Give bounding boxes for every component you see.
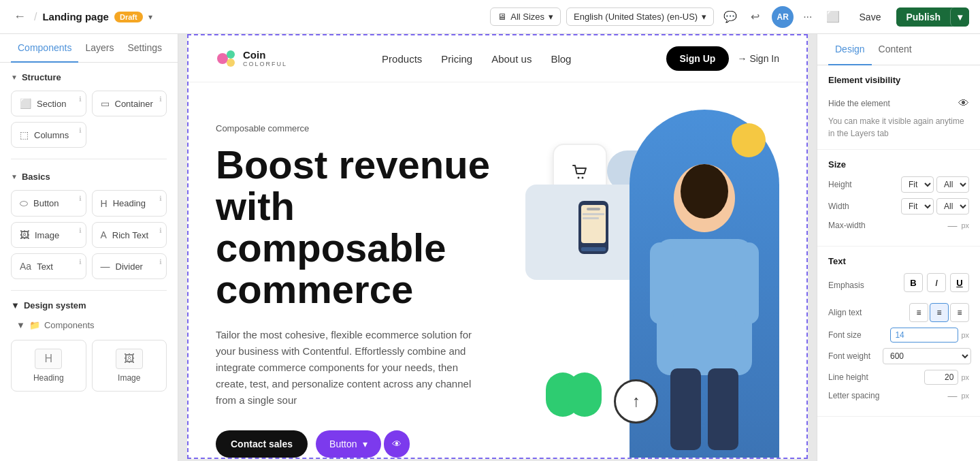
info-icon-5: ℹ [159,195,162,202]
collapse-sub-icon: ▼ [16,320,25,330]
hero-heading: Boost revenue with composable commerce [216,144,525,311]
back-button[interactable]: ← [11,7,29,27]
component-heading[interactable]: H Heading ℹ [92,190,167,217]
height-select[interactable]: Fit [901,176,934,193]
align-left-button[interactable]: ≡ [909,303,928,322]
font-weight-label: Font weight [828,351,883,361]
width-row: Width Fit All [828,198,969,214]
more-icon: ··· [803,11,812,22]
size-section: Size Height Fit All Width Fit [817,150,980,247]
bold-button[interactable]: B [904,273,923,292]
button-cta[interactable]: Button ▾ [316,430,380,458]
line-height-input[interactable] [924,370,958,385]
top-bar-left: ← / Landing page Draft ▾ [11,7,482,27]
component-text[interactable]: Aa Text ℹ [11,253,86,279]
component-section[interactable]: ⬜ Section ℹ [11,91,86,116]
basics-header[interactable]: ▼ Basics [0,162,178,187]
comment-button[interactable]: 💬 [719,6,741,27]
float-arrow-circle: ↑ [614,379,658,424]
card-image[interactable]: 🖼 Image [92,340,167,392]
max-width-dash: — [947,220,957,231]
width-controls: Fit All [901,198,969,214]
left-panel-tabs: Components Layers Settings [0,34,178,63]
font-weight-select[interactable]: 600 [883,348,971,364]
component-container[interactable]: ▭ Container ℹ [92,91,167,116]
align-center-button[interactable]: ≡ [930,303,949,322]
component-button[interactable]: ⬭ Button ℹ [11,190,86,217]
page-chevron-icon[interactable]: ▾ [148,12,152,22]
undo-button[interactable]: ↩ [747,6,764,27]
avatar: AR [772,6,794,28]
components-sub[interactable]: ▼ 📁 Components [0,316,178,337]
line-height-label: Line height [828,372,883,382]
tab-design[interactable]: Design [828,34,872,65]
size-selector[interactable]: 🖥 All Sizes ▾ [490,7,561,26]
component-richtext[interactable]: A Rich Text ℹ [92,222,167,248]
font-size-input[interactable] [890,328,958,343]
heading-icon: H [101,198,108,209]
tab-layers[interactable]: Layers [78,34,120,63]
top-bar: ← / Landing page Draft ▾ 🖥 All Sizes ▾ E… [0,0,980,34]
component-image[interactable]: 🖼 Image ℹ [11,222,86,248]
columns-label: Columns [34,130,69,140]
publish-chevron-button[interactable]: ▾ [950,7,969,27]
info-icon-3: ℹ [79,127,82,134]
underline-button[interactable]: U [950,273,969,292]
emphasis-label: Emphasis [828,281,883,290]
max-width-label: Max-width [828,221,883,230]
lang-chevron-icon: ▾ [702,12,706,22]
component-columns[interactable]: ⬚ Columns ℹ [11,122,86,148]
hide-eye-button[interactable]: 👁 [958,97,969,110]
svg-rect-11 [583,217,599,219]
design-system-header[interactable]: ▼ Design system [0,293,178,316]
columns-icon: ⬚ [20,129,29,140]
height-all-select[interactable]: All [936,176,969,193]
italic-button[interactable]: I [927,273,946,292]
contact-sales-button[interactable]: Contact sales [216,430,308,458]
menu-products[interactable]: Products [382,53,422,65]
draft-badge[interactable]: Draft [114,12,143,22]
menu-blog[interactable]: Blog [551,53,571,65]
signin-link[interactable]: → Sign In [737,53,779,64]
menu-aboutus[interactable]: About us [491,53,532,65]
comment-icon: 💬 [723,11,737,22]
left-panel: Components Layers Settings ▼ Structure ⬜… [0,34,178,461]
align-right-button[interactable]: ≡ [950,303,969,322]
info-icon-6: ℹ [79,227,82,234]
preview-button[interactable]: ⬜ [822,6,844,27]
visibility-toggle-button[interactable]: 👁 [384,430,410,458]
emphasis-controls: B I U [904,273,969,292]
tab-components[interactable]: Components [11,34,78,63]
visibility-title: Element visibility [828,75,900,85]
width-select[interactable]: Fit [901,198,934,214]
card-heading[interactable]: H Heading [11,340,86,392]
tab-settings[interactable]: Settings [120,34,169,63]
max-width-unit: px [961,221,969,229]
info-icon-7: ℹ [159,227,162,234]
top-bar-center: 🖥 All Sizes ▾ English (United States) (e… [490,6,764,27]
width-label: Width [828,202,883,211]
container-icon: ▭ [101,98,110,109]
font-size-controls: px [890,328,969,343]
tab-content[interactable]: Content [872,34,919,65]
publish-button[interactable]: Publish [896,7,950,27]
letter-spacing-unit: px [961,392,969,400]
letter-spacing-controls: — px [946,390,969,401]
letter-spacing-label: Letter spacing [828,391,883,400]
container-label: Container [115,99,153,109]
align-controls: ≡ ≡ ≡ [909,303,969,322]
save-button[interactable]: Save [849,7,892,27]
site-nav-actions: Sign Up → Sign In [666,46,779,71]
more-button[interactable]: ··· [799,7,816,27]
language-selector[interactable]: English (United States) (en-US) ▾ [566,7,714,26]
width-all-select[interactable]: All [936,198,969,214]
svg-rect-10 [583,213,604,215]
card-heading-label: Heading [33,373,64,383]
structure-header[interactable]: ▼ Structure [0,63,178,88]
component-divider[interactable]: — Divider ℹ [92,253,167,279]
signup-button[interactable]: Sign Up [666,46,730,71]
site-nav: Coin COLORFUL Products Pricing About us … [189,35,806,82]
eye-icon: 👁 [958,97,969,109]
menu-pricing[interactable]: Pricing [441,53,472,65]
hide-element-row: Hide the element 👁 [828,97,969,110]
